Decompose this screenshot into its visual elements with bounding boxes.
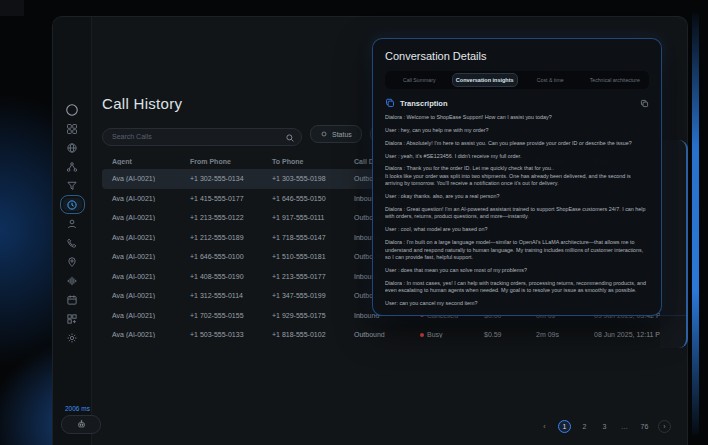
transcription-messages: Dialora : Welcome to ShopEase Support! H… [385, 114, 649, 306]
transcript-message: Dialora : Thank you for the order ID. Le… [385, 165, 649, 187]
search-box [102, 125, 302, 143]
cell-agent: Ava (AI-0021) [102, 175, 180, 182]
cell-to-phone: +1 303-555-0198 [262, 175, 344, 182]
modal-tab[interactable]: Call Summary [387, 73, 452, 87]
sidebar [53, 17, 92, 445]
sidebar-item-settings-gear[interactable] [63, 331, 82, 344]
sidebar-item-audio-wave[interactable] [63, 274, 82, 287]
cell-from-phone: +1 415-555-0177 [180, 195, 262, 202]
cell-from-phone: +1 408-555-0190 [180, 273, 262, 280]
cell-status: Busy [410, 331, 474, 338]
cell-to-phone: +1 929-555-0175 [262, 312, 344, 319]
robot-icon [76, 419, 87, 430]
cell-to-phone: +1 213-555-0177 [262, 273, 344, 280]
pagination-pages: 1 2 3 … 76 [558, 420, 651, 433]
cell-cost: $0.59 [474, 331, 526, 338]
sidebar-item-user[interactable] [63, 217, 82, 230]
modal-tabbar: Call Summary Conversation insights Cost … [385, 71, 649, 89]
search-input[interactable] [102, 128, 302, 146]
transcript-message: Dialora : Absolutely! I'm here to assist… [385, 140, 649, 147]
stacked-card-edge [660, 140, 688, 348]
transcript-message: User : cool, what model are you based on… [385, 226, 649, 233]
pagination-page-button[interactable]: … [618, 420, 631, 433]
pagination-page-button[interactable]: 1 [558, 420, 571, 433]
assistant-widget-button[interactable] [61, 415, 101, 434]
sidebar-item-dashboard-grid[interactable] [63, 122, 82, 135]
cell-to-phone: +1 818-555-0102 [262, 331, 344, 338]
search-icon [285, 129, 295, 147]
cell-to-phone: +1 718-555-0147 [262, 234, 344, 241]
sidebar-item-apps-grid[interactable] [63, 312, 82, 325]
modal-tab[interactable]: Cost & time [518, 73, 583, 87]
cell-from-phone: +1 213-555-0122 [180, 214, 262, 221]
table-row[interactable]: Ava (AI-0021) +1 503-555-0133 +1 818-555… [102, 325, 675, 345]
sidebar-item-funnel[interactable] [63, 179, 82, 192]
cell-agent: Ava (AI-0021) [102, 292, 180, 299]
cell-direction: Outbound [344, 331, 410, 338]
transcript-message: User: can you cancel my second item? [385, 300, 649, 306]
pagination-page-button[interactable]: 2 [578, 420, 591, 433]
copy-icon [640, 99, 649, 108]
transcription-title: Transcription [400, 99, 635, 108]
cell-agent: Ava (AI-0021) [102, 195, 180, 202]
cell-from-phone: +1 212-555-0189 [180, 234, 262, 241]
right-light-streak [692, 12, 699, 436]
cell-to-phone: +1 347-555-0199 [262, 292, 344, 299]
transcript-message: User : hey, can you help me with my orde… [385, 127, 649, 134]
sidebar-item-location-pin[interactable] [63, 255, 82, 268]
sidebar-item-phone[interactable] [63, 236, 82, 249]
copy-transcription-button[interactable] [640, 99, 649, 108]
corner-patch [0, 0, 24, 16]
cell-agent: Ava (AI-0021) [102, 331, 180, 338]
transcription-icon [385, 98, 395, 108]
sidebar-item-calendar[interactable] [63, 293, 82, 306]
cell-from-phone: +1 503-555-0133 [180, 331, 262, 338]
pagination-next-button[interactable]: › [658, 420, 671, 433]
cell-agent: Ava (AI-0021) [102, 273, 180, 280]
cell-agent: Ava (AI-0021) [102, 214, 180, 221]
cell-agent: Ava (AI-0021) [102, 312, 180, 319]
transcript-message: User : okay thanks. also, are you a real… [385, 193, 649, 200]
pagination-prev-button[interactable]: ‹ [538, 420, 551, 433]
transcript-message: Dialora : I'm built on a large language … [385, 239, 649, 261]
cell-from-phone: +1 702-555-0155 [180, 312, 262, 319]
latency-value: 2006 ms [65, 405, 101, 412]
status-dot-icon [320, 130, 328, 138]
cell-agent: Ava (AI-0021) [102, 253, 180, 260]
sidebar-item-history-clock[interactable] [63, 198, 82, 211]
cell-to-phone: +1 917-555-0111 [262, 214, 344, 221]
transcript-message: Dialora : In most cases, yes! I can help… [385, 280, 649, 295]
cell-agent: Ava (AI-0021) [102, 234, 180, 241]
cell-duration: 2m 09s [526, 331, 584, 338]
status-dot [420, 333, 424, 337]
sidebar-item-globe[interactable] [63, 141, 82, 154]
cell-from-phone: +1 312-555-0114 [180, 292, 262, 299]
pagination-page-button[interactable]: 76 [638, 420, 651, 433]
transcript-message: User : does that mean you can solve most… [385, 267, 649, 274]
modal-title: Conversation Details [385, 50, 649, 62]
modal-tab[interactable]: Conversation insights [452, 73, 519, 87]
transcription-header: Transcription [385, 98, 649, 108]
scene: Call History Status Agent [0, 0, 708, 445]
status-filter-button[interactable]: Status [310, 125, 362, 143]
modal-tab[interactable]: Technical architecture [583, 73, 648, 87]
cell-from-phone: +1 646-555-0100 [180, 253, 262, 260]
pagination-page-button[interactable]: 3 [598, 420, 611, 433]
sidebar-item-logo[interactable] [63, 103, 82, 116]
cell-to-phone: +1 646-555-0150 [262, 195, 344, 202]
transcript-message: Dialora : Great question! I'm an AI-powe… [385, 206, 649, 221]
sidebar-item-org-nodes[interactable] [63, 160, 82, 173]
transcript-message: Dialora : Welcome to ShopEase Support! H… [385, 114, 649, 121]
transcript-message: User : yeah, it's #SE123456. I didn't re… [385, 153, 649, 160]
cell-from-phone: +1 302-555-0134 [180, 175, 262, 182]
cell-to-phone: +1 510-555-0181 [262, 253, 344, 260]
pagination: ‹ 1 2 3 … 76 › [538, 420, 671, 433]
latency-widget: 2006 ms [61, 405, 101, 434]
conversation-details-modal: Conversation Details Call Summary Conver… [372, 38, 662, 316]
